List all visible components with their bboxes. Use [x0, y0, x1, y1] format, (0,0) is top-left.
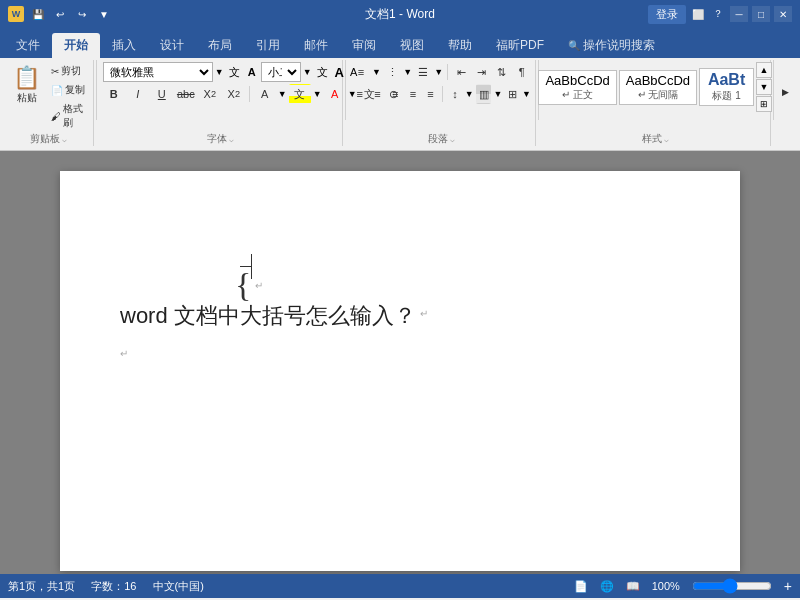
tab-design[interactable]: 设计	[148, 33, 196, 58]
line-spacing-down-icon[interactable]: ▼	[465, 89, 474, 99]
cut-button[interactable]: ✂ 剪切	[47, 62, 89, 80]
subscript-button[interactable]: X2	[199, 84, 221, 104]
styles-expand-icon[interactable]: ⌵	[664, 135, 669, 144]
help-icon[interactable]: ？	[710, 6, 726, 22]
title-bar-right: 登录 ⬜ ？ ─ □ ✕	[648, 5, 792, 24]
numbered-list-button[interactable]: ⋮	[383, 62, 401, 82]
decrease-indent-button[interactable]: ⇤	[452, 62, 470, 82]
color-down-icon[interactable]: ▼	[278, 89, 287, 99]
sort-button[interactable]: ⇅	[493, 62, 511, 82]
font-size-expand-icon[interactable]: ▼	[303, 67, 312, 77]
font-settings-icon[interactable]: 文	[226, 64, 243, 81]
document-page[interactable]: { ↵ word 文档中大括号怎么输入？ ↵ ↵	[60, 171, 740, 571]
close-button[interactable]: ✕	[774, 6, 792, 22]
align-center-button[interactable]: ≡	[370, 84, 386, 104]
below-text-region: ↵	[120, 343, 680, 363]
bullet-list-button[interactable]: ≡	[352, 62, 370, 82]
font-size-select[interactable]: 小二	[261, 62, 301, 82]
para-row-1: ≡ ▼ ⋮ ▼ ☰ ▼ ⇤ ⇥ ⇅ ¶	[352, 62, 531, 82]
clear-format-button[interactable]: A	[254, 84, 276, 104]
shading-down-icon[interactable]: ▼	[493, 89, 502, 99]
login-button[interactable]: 登录	[648, 5, 686, 24]
font-size-up-icon[interactable]: A	[245, 65, 259, 79]
tab-file[interactable]: 文件	[4, 33, 52, 58]
style-no-spacing[interactable]: AaBbCcDd ↵ 无间隔	[619, 70, 697, 105]
distributed-button[interactable]: ≡	[423, 84, 439, 104]
paste-button[interactable]: 📋 粘贴	[8, 62, 45, 108]
zoom-level: 100%	[652, 580, 680, 592]
align-left-button[interactable]: ≡	[352, 84, 368, 104]
format-painter-button[interactable]: 🖌 格式刷	[47, 100, 89, 132]
customize-qa-icon[interactable]: ▼	[96, 6, 112, 22]
superscript-button[interactable]: X2	[223, 84, 245, 104]
view-web-icon[interactable]: 🌐	[600, 580, 614, 593]
style-heading1[interactable]: AaBt 标题 1	[699, 68, 754, 106]
minimize-button[interactable]: ─	[730, 6, 748, 22]
style-nav-down-button[interactable]: ▼	[756, 79, 772, 95]
copy-icon: 📄	[51, 85, 63, 96]
paste-icon: 📋	[13, 65, 40, 91]
zoom-in-icon[interactable]: +	[784, 578, 792, 594]
highlight-button[interactable]: 文	[289, 84, 311, 104]
editing-group: ▶	[776, 60, 796, 146]
bullet-down-icon[interactable]: ▼	[372, 67, 381, 77]
border-button[interactable]: ⊞	[504, 84, 520, 104]
font-expand-icon[interactable]: ⌵	[229, 135, 234, 144]
save-icon[interactable]: 💾	[30, 6, 46, 22]
tab-references[interactable]: 引用	[244, 33, 292, 58]
shading-button[interactable]: ▥	[476, 84, 492, 104]
font-color-button[interactable]: A	[324, 84, 346, 104]
bold-button[interactable]: B	[103, 84, 125, 104]
multilevel-list-button[interactable]: ☰	[414, 62, 432, 82]
increase-indent-button[interactable]: ⇥	[472, 62, 490, 82]
tab-foxitpdf[interactable]: 福昕PDF	[484, 33, 556, 58]
minimize-restore-icon[interactable]: ⬜	[690, 6, 706, 22]
para-row-2: ≡ ≡ ≡ ≡ ≡ ↕ ▼ ▥ ▼ ⊞ ▼	[352, 84, 531, 104]
highlight-down-icon[interactable]: ▼	[313, 89, 322, 99]
align-right-button[interactable]: ≡	[387, 84, 403, 104]
paragraph-expand-icon[interactable]: ⌵	[450, 135, 455, 144]
justify-button[interactable]: ≡	[405, 84, 421, 104]
style-nav-more-button[interactable]: ⊞	[756, 96, 772, 112]
numbered-down-icon[interactable]: ▼	[403, 67, 412, 77]
font-row-divider	[249, 86, 250, 102]
copy-button[interactable]: 📄 复制	[47, 81, 89, 99]
show-marks-button[interactable]: ¶	[513, 62, 531, 82]
tab-mailings[interactable]: 邮件	[292, 33, 340, 58]
tab-layout[interactable]: 布局	[196, 33, 244, 58]
main-text-para-mark: ↵	[420, 308, 428, 319]
font-size-change-icon[interactable]: 文	[314, 64, 331, 81]
italic-button[interactable]: I	[127, 84, 149, 104]
tab-help[interactable]: 帮助	[436, 33, 484, 58]
word-count: 字数：16	[91, 579, 136, 594]
tab-review[interactable]: 审阅	[340, 33, 388, 58]
style-nospacing-preview: AaBbCcDd	[626, 73, 690, 88]
multilevel-down-icon[interactable]: ▼	[434, 67, 443, 77]
maximize-button[interactable]: □	[752, 6, 770, 22]
font-increase-icon[interactable]: A	[333, 64, 346, 81]
zoom-slider[interactable]	[692, 580, 772, 592]
view-read-icon[interactable]: 📖	[626, 580, 640, 593]
styles-content: AaBbCcDd ↵ 正文 AaBbCcDd ↵ 无间隔 AaBt 标题 1 ▲…	[538, 62, 772, 112]
tab-search[interactable]: 🔍 操作说明搜索	[556, 33, 667, 58]
border-down-icon[interactable]: ▼	[522, 89, 531, 99]
doc-top-region: { ↵	[120, 211, 680, 291]
text-cursor-mark: ↵	[120, 348, 128, 359]
font-name-expand-icon[interactable]: ▼	[215, 67, 224, 77]
para-mark-after-brace: ↵	[255, 280, 263, 291]
redo-icon[interactable]: ↪	[74, 6, 90, 22]
menu-bar: 文件 开始 插入 设计 布局 引用 邮件 审阅 视图 帮助 福昕PDF 🔍 操作…	[0, 28, 800, 58]
more-button[interactable]: ▶	[778, 62, 794, 122]
style-nav-up-button[interactable]: ▲	[756, 62, 772, 78]
tab-insert[interactable]: 插入	[100, 33, 148, 58]
underline-button[interactable]: U	[151, 84, 173, 104]
view-print-icon[interactable]: 📄	[574, 580, 588, 593]
tab-home[interactable]: 开始	[52, 33, 100, 58]
undo-icon[interactable]: ↩	[52, 6, 68, 22]
tab-view[interactable]: 视图	[388, 33, 436, 58]
font-name-select[interactable]: 微软雅黑	[103, 62, 213, 82]
line-spacing-button[interactable]: ↕	[447, 84, 463, 104]
strikethrough-button[interactable]: abc	[175, 84, 197, 104]
clipboard-expand-icon[interactable]: ⌵	[62, 135, 67, 144]
style-normal[interactable]: AaBbCcDd ↵ 正文	[538, 70, 616, 105]
